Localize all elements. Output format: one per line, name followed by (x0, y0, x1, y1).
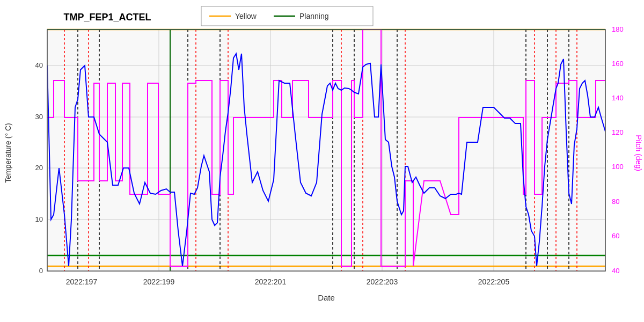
y-right-label: Pitch (deg) (634, 135, 643, 171)
svg-text:10: 10 (35, 215, 43, 223)
svg-text:30: 30 (35, 113, 43, 121)
svg-text:20: 20 (35, 164, 43, 172)
x-axis-label: Date (318, 293, 335, 302)
chart-title: TMP_FEP1_ACTEL (63, 12, 151, 23)
svg-text:2022:203: 2022:203 (367, 277, 398, 286)
svg-text:2022:201: 2022:201 (255, 277, 287, 286)
svg-text:140: 140 (612, 94, 624, 102)
svg-text:120: 120 (612, 128, 624, 136)
svg-text:2022:205: 2022:205 (478, 277, 510, 286)
legend-yellow-label: Yellow (235, 12, 257, 20)
svg-text:80: 80 (612, 197, 619, 206)
y-left-label: Temperature (° C) (4, 123, 12, 182)
svg-text:180: 180 (612, 25, 624, 33)
svg-text:0: 0 (39, 267, 43, 275)
svg-text:100: 100 (612, 163, 624, 171)
chart-container: 2022:197 2022:199 2022:201 2022:203 2022… (0, 0, 644, 322)
legend-planning-label: Planning (299, 12, 329, 20)
svg-text:40: 40 (612, 267, 619, 275)
svg-text:160: 160 (612, 60, 624, 68)
svg-text:60: 60 (612, 232, 619, 240)
svg-text:2022:197: 2022:197 (66, 277, 98, 286)
svg-text:40: 40 (35, 61, 43, 69)
svg-text:2022:199: 2022:199 (143, 277, 175, 286)
